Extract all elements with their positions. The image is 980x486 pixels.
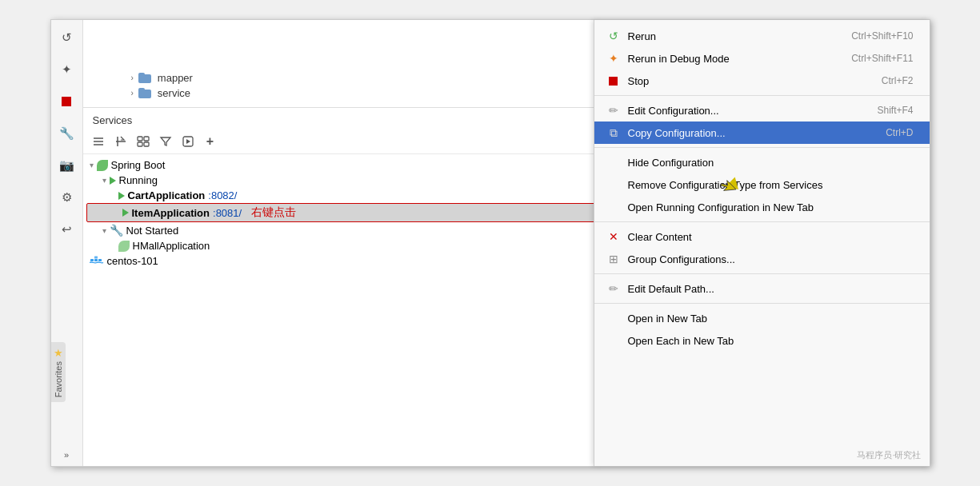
running-group-item[interactable]: ▾ Running (83, 173, 627, 188)
favorites-tab[interactable]: ★ Favorites (51, 342, 66, 402)
menu-item-edit-config[interactable]: ✏ Edit Configuration... Shift+F4 (594, 99, 930, 122)
item-app-item[interactable]: ItemApplication :8081/ 右键点击 (86, 203, 624, 222)
stop-sidebar-icon[interactable] (55, 90, 78, 113)
hmall-spring-icon (118, 241, 130, 252)
arrow-right-icon-2: › (131, 89, 134, 98)
services-panel: Services (83, 108, 627, 466)
more-icon[interactable]: » (55, 444, 78, 466)
watermark-text: 马程序员·研究社 (857, 449, 921, 461)
centos-item[interactable]: centos-101 (83, 253, 627, 269)
add-button[interactable]: + (202, 133, 219, 150)
remove-config-icon (607, 178, 620, 191)
star-icon: ★ (54, 347, 63, 359)
menu-item-hide-config[interactable]: Hide Configuration (594, 151, 930, 173)
menu-separator-3 (594, 221, 930, 222)
menu-item-remove-config[interactable]: Remove Configuration Type from Services (594, 173, 930, 196)
svg-rect-5 (138, 137, 142, 141)
menu-separator-5 (594, 303, 930, 304)
spring-boot-icon (97, 160, 108, 171)
svg-marker-10 (186, 139, 190, 144)
expand-all-button[interactable] (112, 133, 130, 150)
menu-item-open-running-config[interactable]: Open Running Configuration in New Tab (594, 196, 930, 218)
menu-item-edit-default-path[interactable]: ✏ Edit Default Path... (594, 277, 930, 300)
file-tree-header: › mapper › service (83, 20, 627, 108)
tree-item-service[interactable]: › service (83, 86, 627, 101)
filter-button[interactable] (157, 133, 174, 150)
group-configs-icon: ⊞ (607, 253, 620, 265)
refresh-icon[interactable]: ↺ (55, 26, 78, 49)
favorites-label: Favorites (54, 361, 63, 397)
camera-icon[interactable]: 📷 (55, 154, 78, 177)
debug-rerun-icon: ✦ (607, 52, 620, 65)
puzzle-icon[interactable]: ✦ (55, 58, 78, 81)
arrow-right-icon: › (131, 74, 134, 82)
wrench-sidebar-icon[interactable]: 🔧 (55, 122, 78, 145)
hide-config-icon (607, 156, 620, 169)
edit-config-icon: ✏ (607, 104, 620, 117)
context-menu: ↺ Rerun Ctrl+Shift+F10 ✦ Rerun in Debug … (594, 20, 930, 466)
menu-item-group-configs[interactable]: ⊞ Group Configurations... (594, 248, 930, 270)
spring-boot-item[interactable]: ▾ Spring Boot (83, 157, 627, 173)
menu-separator-1 (594, 95, 930, 96)
menu-item-stop[interactable]: Stop Ctrl+F2 (594, 70, 930, 92)
open-running-icon (607, 201, 620, 213)
folder-icon-service (138, 88, 151, 98)
svg-rect-13 (98, 259, 102, 261)
item-play-icon (122, 209, 129, 217)
services-toolbar: + (83, 129, 627, 154)
menu-item-open-each-new-tab[interactable]: Open Each in New Tab (594, 329, 930, 352)
wrench-icon: 🔧 (110, 224, 123, 237)
menu-item-open-new-tab[interactable]: Open in New Tab (594, 307, 930, 329)
cart-app-item[interactable]: CartApplication :8082/ (83, 188, 627, 203)
exit-icon[interactable]: ↩ (55, 218, 78, 241)
edit-default-icon: ✏ (607, 282, 620, 295)
menu-item-copy-config[interactable]: ⧉ Copy Configuration... Ctrl+D (594, 122, 930, 144)
docker-icon (90, 256, 104, 267)
menu-item-rerun[interactable]: ↺ Rerun Ctrl+Shift+F10 (594, 25, 930, 47)
svg-rect-6 (144, 137, 149, 141)
svg-rect-14 (94, 256, 98, 258)
folder-icon-mapper (138, 73, 151, 83)
open-each-icon (607, 334, 620, 347)
running-play-icon (110, 177, 116, 185)
svg-rect-8 (144, 142, 149, 146)
hmall-app-item[interactable]: HMallApplication (83, 238, 627, 253)
services-title: Services (83, 108, 627, 129)
not-started-group-item[interactable]: ▾ 🔧 Not Started (83, 222, 627, 238)
settings-icon[interactable]: ⚙ (55, 186, 78, 209)
cart-play-icon (118, 192, 125, 200)
open-new-tab-icon (607, 312, 620, 325)
right-click-label: 右键点击 (251, 205, 296, 220)
stop-menu-icon (607, 74, 620, 87)
panel-left: › mapper › service Services (83, 20, 627, 466)
group-button[interactable] (134, 133, 152, 150)
menu-separator-2 (594, 147, 930, 148)
svg-rect-11 (90, 259, 94, 261)
clear-content-icon: ✕ (607, 230, 620, 243)
expand-not-started-icon: ▾ (102, 226, 106, 235)
services-tree: ▾ Spring Boot ▾ Running CartApplication … (83, 154, 627, 466)
menu-item-rerun-debug[interactable]: ✦ Rerun in Debug Mode Ctrl+Shift+F11 (594, 47, 930, 70)
menu-separator-4 (594, 273, 930, 274)
menu-item-clear-content[interactable]: ✕ Clear Content (594, 225, 930, 248)
collapse-all-button[interactable] (90, 133, 107, 150)
tree-item-mapper[interactable]: › mapper (83, 70, 627, 86)
run-config-button[interactable] (179, 133, 197, 150)
rerun-icon: ↺ (607, 30, 620, 42)
copy-config-icon: ⧉ (607, 126, 620, 139)
expand-spring-boot-icon: ▾ (90, 161, 94, 169)
expand-running-icon: ▾ (102, 176, 106, 185)
svg-rect-7 (138, 142, 142, 146)
svg-rect-12 (94, 259, 98, 261)
